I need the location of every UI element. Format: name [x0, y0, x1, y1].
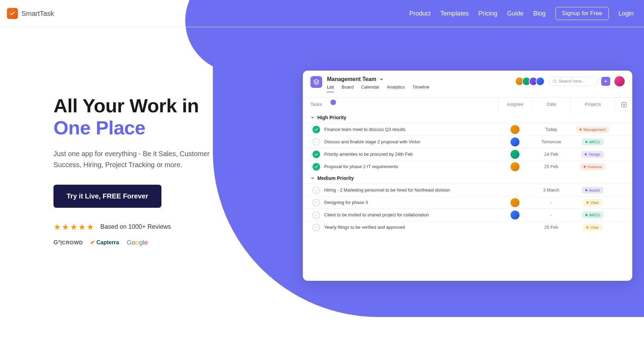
task-row[interactable]: Client to be invited to shared project f…	[303, 208, 632, 221]
task-date: 24 Feb	[532, 152, 570, 157]
tab-calendar[interactable]: Calendar	[361, 84, 379, 92]
view-tabs: List Board Calendar Analytics Timeline	[327, 84, 517, 92]
logo[interactable]: SmartTask	[7, 8, 54, 19]
task-date: 25 Feb	[532, 164, 570, 169]
chevron-down-icon	[379, 77, 384, 82]
nav-pricing[interactable]: Pricing	[478, 10, 497, 17]
add-button[interactable]	[601, 77, 610, 86]
task-project: ARCU	[570, 212, 615, 218]
section-medium-priority[interactable]: Medium Priority	[303, 173, 632, 184]
task-checkbox[interactable]	[313, 211, 320, 219]
task-date: -	[532, 200, 570, 205]
app-screenshot: Management Team List Board Calendar Anal…	[303, 71, 632, 281]
task-title: Hiring - 2 Marketing personnel to be hir…	[324, 184, 498, 196]
task-row[interactable]: Designing for phase 3-Vitae	[303, 196, 632, 208]
cta-button[interactable]: Try it Live, FREE Forever	[53, 185, 161, 208]
avatar	[511, 162, 519, 171]
g2crowd-logo: G²|CROWD	[53, 239, 83, 246]
task-title: Client to be invited to shared project f…	[324, 209, 498, 221]
svg-point-1	[553, 80, 556, 83]
task-assignee[interactable]	[498, 162, 532, 171]
capterra-logo: ✔Capterra	[90, 239, 119, 246]
nav-guide[interactable]: Guide	[507, 10, 524, 17]
task-checkbox[interactable]	[313, 151, 320, 158]
workspace-icon	[310, 76, 322, 88]
column-headers: Tasks Asignee Date Projects	[303, 97, 632, 112]
task-project: ARCU	[570, 139, 615, 145]
nav-product[interactable]: Product	[409, 10, 431, 17]
task-checkbox[interactable]	[313, 224, 320, 231]
col-date: Date	[532, 98, 570, 112]
review-logos: G²|CROWD ✔Capterra Google	[53, 239, 233, 246]
task-checkbox[interactable]	[313, 186, 320, 194]
brand-name: SmartTask	[21, 10, 54, 18]
task-date: Today	[532, 127, 570, 132]
task-project: Management	[570, 126, 615, 133]
svg-marker-0	[314, 80, 319, 82]
task-row[interactable]: Finance team meet to discuss Q3 resultsT…	[303, 123, 632, 135]
task-checkbox[interactable]	[313, 199, 320, 206]
hero-subtitle: Just one app for everything - Be it Sale…	[53, 148, 233, 170]
search-input[interactable]: Search here...	[549, 77, 597, 86]
task-row[interactable]: Yearly filings to be verified and approv…	[303, 221, 632, 233]
tab-list[interactable]: List	[327, 84, 334, 92]
col-assignee: Asignee	[498, 98, 532, 112]
main-nav: Product Templates Pricing Guide Blog Sig…	[409, 7, 634, 20]
task-row[interactable]: Hiring - 2 Marketing personnel to be hir…	[303, 184, 632, 196]
plus-circle-icon	[621, 102, 627, 108]
task-project: Auctor	[570, 187, 615, 194]
task-date: 3 March	[532, 187, 570, 193]
tab-analytics[interactable]: Analytics	[387, 84, 405, 92]
hero-title: All Your Work in One Place	[53, 95, 233, 139]
team-avatars	[517, 77, 545, 86]
chevron-down-icon	[310, 176, 315, 180]
section-high-priority[interactable]: High Priority	[303, 112, 632, 123]
rating-text: Based on 1000+ Reviews	[100, 223, 171, 231]
svg-line-2	[555, 82, 556, 83]
task-title: Proposal for phase 2 IT requirements	[324, 161, 498, 173]
task-title: Priority amenties to be procured by 24th…	[324, 148, 498, 160]
task-row[interactable]: Discuss and finalize stage 2 proposal wi…	[303, 135, 632, 148]
task-title: Designing for phase 3	[324, 196, 498, 208]
nav-templates[interactable]: Templates	[440, 10, 469, 17]
search-icon	[553, 79, 557, 83]
task-assignee[interactable]	[498, 198, 532, 207]
google-logo: Google	[127, 239, 148, 246]
signup-button[interactable]: Signup for Free	[555, 7, 609, 20]
rating-block: ★★★★★ Based on 1000+ Reviews	[53, 222, 233, 232]
task-date: Tomorrow	[532, 139, 570, 144]
current-user-avatar[interactable]	[614, 76, 625, 86]
plus-icon	[603, 79, 608, 84]
task-row[interactable]: Priority amenties to be procured by 24th…	[303, 148, 632, 160]
nav-blog[interactable]: Blog	[533, 10, 546, 17]
task-title: Discuss and finalize stage 2 proposal wi…	[324, 136, 498, 148]
task-project: Vitae	[570, 199, 615, 206]
avatar	[511, 198, 519, 207]
task-date: -	[532, 212, 570, 217]
task-row[interactable]: Proposal for phase 2 IT requirements25 F…	[303, 160, 632, 173]
task-project: Design	[570, 151, 615, 158]
tab-board[interactable]: Board	[341, 84, 354, 92]
task-assignee[interactable]	[498, 150, 532, 159]
task-assignee[interactable]	[498, 211, 532, 219]
task-checkbox[interactable]	[313, 126, 320, 133]
task-title: Finance team meet to discuss Q3 results	[324, 123, 498, 135]
avatar	[511, 150, 519, 159]
tab-timeline[interactable]: Timeline	[413, 84, 429, 92]
avatar	[536, 77, 545, 86]
nav-login[interactable]: Login	[618, 10, 634, 17]
task-checkbox[interactable]	[313, 163, 320, 171]
hero-section: All Your Work in One Place Just one app …	[53, 95, 233, 246]
logo-icon	[7, 8, 18, 19]
task-assignee[interactable]	[498, 137, 532, 146]
col-projects: Projects	[570, 98, 615, 112]
avatar	[511, 137, 519, 146]
task-project: Vitae	[570, 224, 615, 231]
avatar	[511, 211, 519, 219]
team-selector[interactable]: Management Team	[327, 76, 517, 82]
task-assignee[interactable]	[498, 125, 532, 134]
stars-icon: ★★★★★	[53, 222, 94, 232]
task-checkbox[interactable]	[313, 138, 320, 146]
app-header: Management Team List Board Calendar Anal…	[303, 71, 632, 92]
add-column-button[interactable]	[615, 98, 632, 112]
